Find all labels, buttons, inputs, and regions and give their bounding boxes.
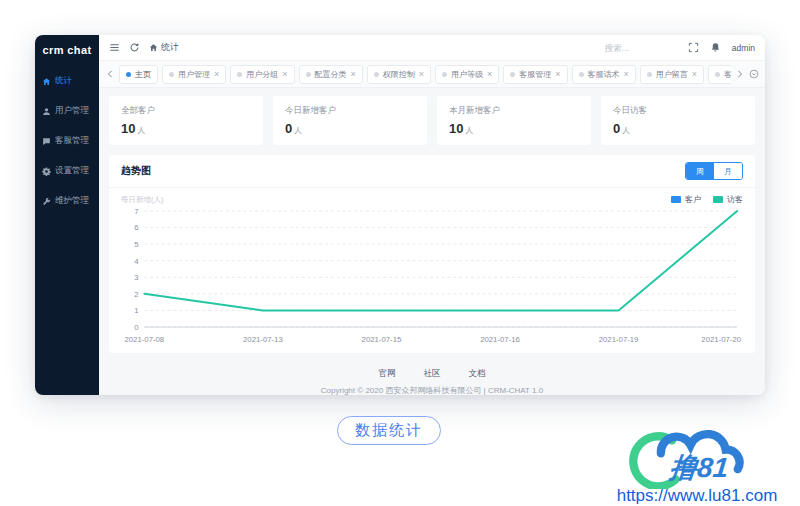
hamburger-icon[interactable] (109, 42, 120, 53)
close-icon[interactable]: × (351, 70, 356, 79)
username[interactable]: admin (732, 43, 755, 53)
breadcrumb-label[interactable]: 统计 (161, 41, 179, 54)
tab[interactable]: 用户留言 × (640, 65, 704, 84)
tab[interactable]: 主页 (119, 65, 158, 84)
svg-text:4: 4 (134, 256, 139, 265)
y-axis-label: 每日新增(人) (121, 195, 164, 205)
lu81-logo: 撸81 (609, 427, 785, 489)
tabs: 主页 用户管理 × 用户分组 × (119, 65, 731, 84)
svg-text:0: 0 (134, 323, 139, 332)
stat-card: 全部客户 10人 (109, 96, 263, 145)
period-toggle-button[interactable]: 月 (714, 163, 742, 179)
close-icon[interactable]: × (214, 70, 219, 79)
tab-label: 配置分类 (315, 69, 347, 80)
tab-label: 用户留言 (656, 69, 688, 80)
sidebar: crm chat 统计 用户管理 (35, 35, 99, 395)
fullscreen-icon[interactable] (688, 42, 699, 53)
tab[interactable]: 用户等级 × (435, 65, 499, 84)
sidebar-item[interactable]: 客服管理 (35, 126, 99, 156)
stat-value: 10人 (449, 121, 579, 136)
tab-label: 客服管理 (519, 69, 551, 80)
tab-label: 客服贴图广告 (724, 69, 731, 80)
tab-dot (510, 72, 515, 77)
lu81-brand-text: 撸81 (667, 452, 730, 483)
sidebar-item-label: 用户管理 (55, 105, 89, 117)
tab[interactable]: 权限控制 × (367, 65, 431, 84)
stat-label: 本月新增客户 (449, 105, 579, 117)
sidebar-item[interactable]: 维护管理 (35, 186, 99, 216)
home-icon (149, 43, 158, 52)
tab-dot (169, 72, 174, 77)
svg-text:2021-07-20: 2021-07-20 (701, 335, 741, 344)
period-toggle-button[interactable]: 周 (686, 163, 714, 179)
chart-body: 每日新增(人) 客户 (109, 188, 755, 353)
refresh-icon[interactable] (129, 42, 140, 53)
tab-label: 用户等级 (451, 69, 483, 80)
close-icon[interactable]: × (555, 70, 560, 79)
tab[interactable]: 客服贴图广告 × (708, 65, 731, 84)
sidebar-item[interactable]: 用户管理 (35, 96, 99, 126)
tab[interactable]: 客服管理 × (503, 65, 567, 84)
user-icon (42, 107, 51, 116)
chevron-right-icon[interactable] (735, 69, 745, 79)
sidebar-item-label: 维护管理 (55, 195, 89, 207)
stat-card: 今日访客 0人 (601, 96, 755, 145)
legend-item[interactable]: 客户 (671, 194, 701, 205)
content: 全部客户 10人 今日新增客户 0人 (99, 88, 765, 395)
bell-icon[interactable] (710, 42, 721, 53)
stat-card: 本月新增客户 10人 (437, 96, 591, 145)
sidebar-item[interactable]: 统计 (35, 66, 99, 96)
footer-link[interactable]: 文档 (469, 368, 486, 380)
search-input[interactable] (605, 43, 677, 53)
legend-label: 客户 (685, 194, 701, 205)
legend-item[interactable]: 访客 (713, 194, 743, 205)
close-icon[interactable]: × (282, 70, 287, 79)
app-logo: crm chat (35, 35, 99, 66)
copyright: Copyright © 2020 西安众邦网络科技有限公司 | CRM-CHAT… (109, 385, 755, 395)
close-icon[interactable]: × (692, 70, 697, 79)
tab[interactable]: 配置分类 × (299, 65, 363, 84)
topbar: 统计 admin (99, 35, 765, 61)
gear-icon (42, 167, 51, 176)
tab[interactable]: 用户管理 × (162, 65, 226, 84)
legend-label: 访客 (727, 194, 743, 205)
close-icon[interactable]: × (624, 70, 629, 79)
sidebar-item[interactable]: 设置管理 (35, 156, 99, 186)
legend-swatch (713, 196, 723, 203)
footer-link[interactable]: 官网 (379, 368, 396, 380)
footer-link[interactable]: 社区 (424, 368, 441, 380)
close-icon[interactable]: × (419, 70, 424, 79)
stat-unit: 人 (465, 126, 473, 135)
stat-number: 10 (449, 121, 463, 136)
tab-label: 主页 (135, 69, 151, 80)
stat-number: 10 (121, 121, 135, 136)
caption-badge: 数据统计 (337, 416, 441, 445)
wrench-icon (42, 197, 51, 206)
footer-links: 官网社区文档 (379, 368, 486, 380)
tab-menu-icon[interactable] (749, 69, 759, 79)
svg-text:7: 7 (134, 207, 138, 216)
close-icon[interactable]: × (487, 70, 492, 79)
tab-label: 权限控制 (383, 69, 415, 80)
tab[interactable]: 用户分组 × (230, 65, 294, 84)
stat-unit: 人 (294, 126, 302, 135)
sidebar-item-label: 统计 (55, 75, 72, 87)
svg-text:2021-07-15: 2021-07-15 (362, 335, 402, 344)
watermark: 撸81 https://www.lu81.com (598, 427, 796, 506)
svg-text:2: 2 (134, 290, 138, 299)
chevron-left-icon[interactable] (105, 69, 115, 79)
stat-number: 0 (613, 121, 620, 136)
sidebar-item-label: 客服管理 (55, 135, 89, 147)
tabs-bar: 主页 用户管理 × 用户分组 × (99, 61, 765, 88)
chart-legend: 客户 访客 (671, 194, 743, 205)
sidebar-item-label: 设置管理 (55, 165, 89, 177)
svg-text:1: 1 (134, 306, 138, 315)
breadcrumb: 统计 (149, 41, 179, 54)
svg-text:5: 5 (134, 240, 139, 249)
tab-dot (306, 72, 311, 77)
tab[interactable]: 客服话术 × (572, 65, 636, 84)
topbar-right: admin (605, 42, 755, 53)
stat-card: 今日新增客户 0人 (273, 96, 427, 145)
tab-label: 用户分组 (246, 69, 278, 80)
legend-swatch (671, 196, 681, 203)
